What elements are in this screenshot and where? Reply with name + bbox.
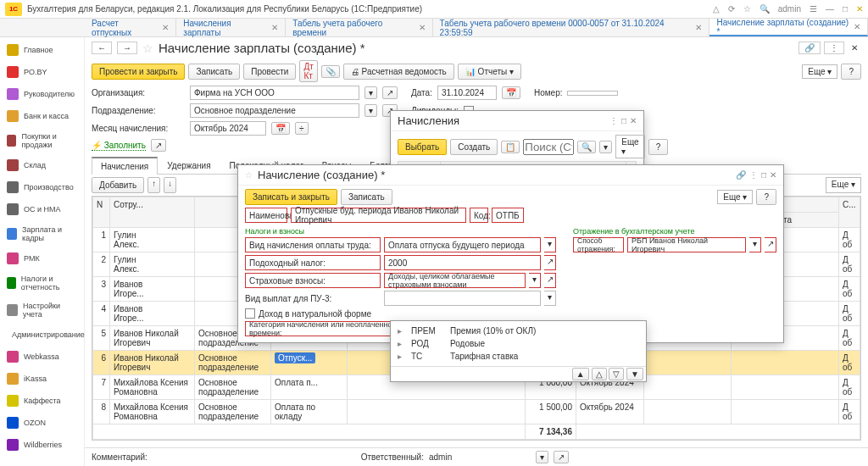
more-icon[interactable]: ⋮ — [824, 42, 844, 54]
sidebar-item[interactable]: Покупки и продажи — [0, 127, 84, 154]
dlg1-help-button[interactable]: ? — [648, 139, 669, 155]
doc-tab[interactable]: Начисления зарплаты✕ — [176, 19, 286, 36]
col-s[interactable]: С... — [839, 197, 860, 228]
sidebar-item[interactable]: Склад — [0, 154, 84, 176]
dlg1-more-button[interactable]: Еще ▾ — [615, 135, 644, 158]
menu-icon[interactable]: ☰ — [810, 4, 817, 14]
forward-button[interactable]: → — [117, 42, 137, 54]
sidebar-item[interactable]: Webkassa — [0, 346, 84, 368]
sidebar-item[interactable]: Каффеста — [0, 390, 84, 412]
attach-icon[interactable]: 📎 — [321, 65, 340, 78]
dlg2-save-close-button[interactable]: Записать и закрыть — [245, 189, 337, 205]
type-dropdown[interactable]: ▾ — [544, 237, 556, 252]
tree-down-icon[interactable]: ▽ — [609, 368, 624, 380]
table-row[interactable]: 8Михайлова КсенияРомановнаОсновноеподраз… — [93, 400, 860, 424]
month-stepper[interactable]: ÷ — [295, 122, 309, 135]
doc-tab[interactable]: Начисление зарплаты (создание) *✕ — [709, 19, 868, 36]
back-button[interactable]: ← — [92, 42, 112, 54]
grid-more-button[interactable]: Еще ▾ — [826, 177, 861, 193]
fill-open[interactable]: ↗ — [151, 139, 166, 152]
more-button[interactable]: Еще ▾ — [802, 64, 837, 79]
resp-open[interactable]: ↗ — [554, 451, 569, 463]
code-field[interactable]: ОТПБ — [492, 208, 524, 223]
doc-tab[interactable]: Табель учета рабочего времени✕ — [286, 19, 432, 36]
org-field[interactable]: Фирма на УСН ООО — [190, 86, 359, 100]
refl-dropdown[interactable]: ▾ — [749, 237, 761, 252]
chevron-right-icon[interactable]: ▸ — [398, 339, 406, 348]
minimize-icon[interactable]: — — [826, 4, 834, 14]
resp-field[interactable]: admin — [429, 452, 531, 462]
post-button[interactable]: Провести — [243, 64, 296, 80]
user-label[interactable]: admin — [778, 4, 801, 14]
window-close-icon[interactable]: ✕ — [848, 42, 861, 54]
type-field[interactable]: Оплата отпуска будущего периода — [384, 237, 541, 252]
ins-open[interactable]: ↗ — [544, 273, 556, 288]
ins-dropdown[interactable]: ▾ — [529, 273, 541, 288]
dt-kt-button[interactable]: ДтКт — [299, 60, 317, 82]
reports-button[interactable]: 📊 Отчеты ▾ — [458, 64, 521, 80]
org-dropdown[interactable]: ▾ — [364, 86, 377, 99]
help-button[interactable]: ? — [841, 64, 861, 80]
itax-field[interactable]: 2000 — [384, 255, 541, 270]
dlg2-link-icon[interactable]: 🔗 — [736, 170, 746, 180]
choose-button[interactable]: Выбрать — [398, 139, 447, 155]
tree-item[interactable]: ▸ТСТарифная ставка — [398, 350, 639, 363]
sidebar-item[interactable]: Налоги и отчетность — [0, 269, 84, 297]
name-field[interactable]: Отпускные буд. периода Иванов Николай Иг… — [291, 208, 466, 223]
link-icon[interactable]: 🔗 — [798, 42, 821, 54]
div-dropdown[interactable]: ▾ — [364, 104, 377, 117]
tab-close-icon[interactable]: ✕ — [695, 23, 702, 32]
add-button[interactable]: Добавить — [92, 177, 144, 193]
chevron-right-icon[interactable]: ▸ — [398, 326, 406, 336]
search-input[interactable] — [523, 139, 574, 155]
sidebar-item[interactable]: OZON — [0, 412, 84, 434]
refl-field[interactable]: РБП Иванов Николай Игоревич — [627, 237, 746, 252]
sidebar-item[interactable]: Главное — [0, 39, 84, 61]
tree-last-icon[interactable]: ▼ — [626, 368, 643, 380]
dlg1-min-icon[interactable]: □ — [621, 116, 626, 125]
tab-close-icon[interactable]: ✕ — [419, 23, 426, 32]
org-open[interactable]: ↗ — [382, 86, 398, 99]
notify-icon[interactable]: △ — [713, 4, 720, 14]
close-icon[interactable]: ✕ — [856, 4, 863, 14]
ins-field[interactable]: Доходы, целиком облагаемые страховыми вз… — [384, 273, 526, 288]
dlg2-star[interactable]: ☆ — [245, 170, 253, 180]
col-emp[interactable]: Сотру... — [110, 197, 195, 228]
dlg1-close-icon[interactable]: ✕ — [630, 116, 637, 125]
row-up-icon[interactable]: ↑ — [147, 177, 160, 193]
sidebar-item[interactable]: Банк и касса — [0, 105, 84, 127]
pu3-field[interactable] — [384, 291, 541, 306]
fill-link[interactable]: ⚡ Заполнить — [92, 141, 146, 151]
tab-close-icon[interactable]: ✕ — [271, 23, 278, 32]
tree-item[interactable]: ▸ПРЕМПремия (10% от ОКЛ) — [398, 325, 639, 337]
pu3-dropdown[interactable]: ▾ — [544, 291, 556, 306]
sidebar-item[interactable]: ОС и НМА — [0, 198, 84, 220]
copy-icon[interactable]: 📋 — [501, 141, 520, 153]
tab-close-icon[interactable]: ✕ — [162, 23, 169, 32]
natural-check[interactable] — [245, 308, 255, 319]
maximize-icon[interactable]: □ — [843, 4, 848, 14]
dlg2-more-button[interactable]: Еще ▾ — [717, 190, 753, 204]
sidebar-item[interactable]: Wildberries — [0, 434, 84, 456]
month-picker-icon[interactable]: 📅 — [271, 122, 290, 135]
tree-up-icon[interactable]: △ — [592, 368, 607, 380]
sidebar-item[interactable]: Зарплата и кадры — [0, 220, 84, 247]
itax-open[interactable]: ↗ — [544, 255, 556, 270]
history-icon[interactable]: ⟳ — [728, 4, 735, 14]
col-n[interactable]: N — [93, 197, 110, 228]
post-close-button[interactable]: Провести и закрыть — [92, 64, 185, 80]
date-picker-icon[interactable]: 📅 — [502, 86, 520, 99]
dlg2-help-button[interactable]: ? — [756, 189, 776, 205]
dlg2-save-button[interactable]: Записать — [341, 189, 392, 205]
dlg2-max-icon[interactable]: □ — [761, 170, 766, 180]
dlg2-more-icon[interactable]: ⋮ — [749, 170, 758, 180]
refl-open[interactable]: ↗ — [765, 237, 776, 252]
sidebar-item[interactable]: Настройки учета — [0, 297, 84, 324]
date-field[interactable]: 31.10.2024 — [437, 86, 497, 100]
tree-item[interactable]: ▸РОДРодовые — [398, 337, 639, 350]
search-icon[interactable]: 🔍 — [760, 4, 770, 14]
chevron-right-icon[interactable]: ▸ — [398, 352, 406, 361]
sidebar-item[interactable]: Производство — [0, 176, 84, 198]
sidebar-item[interactable]: PO.BY — [0, 61, 84, 83]
tree-first-icon[interactable]: ▲ — [572, 368, 589, 380]
